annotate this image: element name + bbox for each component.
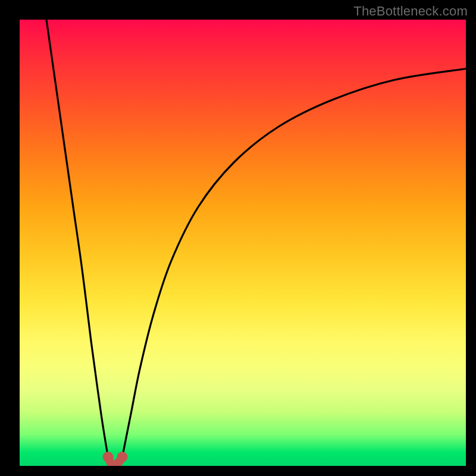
watermark-text: TheBottleneck.com [353,4,468,19]
valley-markers [20,20,466,466]
valley-start-dot [103,452,114,462]
valley-end-dot [117,452,128,462]
plot-area [20,20,466,466]
valley-marker-group [103,452,128,465]
chart-frame: TheBottleneck.com [0,0,476,476]
